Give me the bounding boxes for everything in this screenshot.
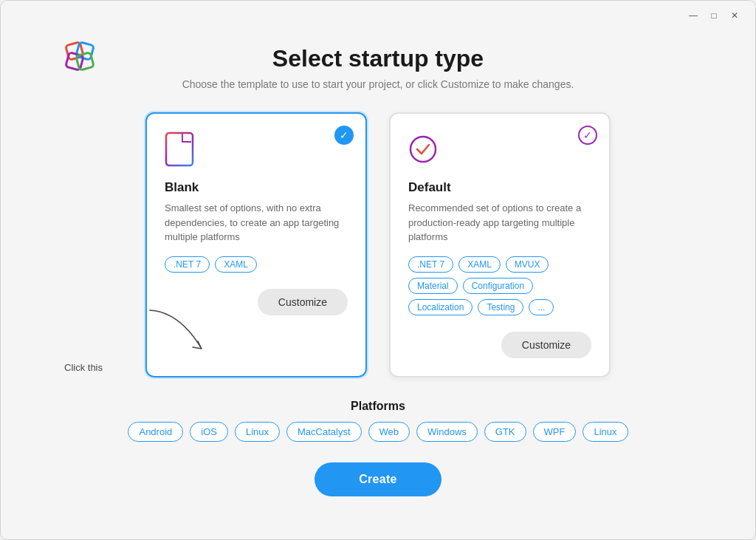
platforms-title: Platforms — [351, 400, 405, 413]
tag-localization: Localization — [408, 299, 472, 315]
platform-linux[interactable]: Linux — [235, 422, 280, 442]
tag-net7: .NET 7 — [165, 256, 210, 273]
close-button[interactable]: ✕ — [724, 5, 745, 26]
platform-wpf[interactable]: WPF — [533, 422, 577, 442]
platform-ios[interactable]: iOS — [190, 422, 228, 442]
create-button[interactable]: Create — [315, 462, 441, 496]
blank-card-tags: .NET 7 XAML — [165, 256, 348, 273]
platforms-section: Platforms Android iOS Linux MacCatalyst … — [128, 400, 628, 442]
tag-mvux: MVUX — [506, 256, 549, 273]
platform-web[interactable]: Web — [368, 422, 410, 442]
platform-maccatalyst[interactable]: MacCatalyst — [286, 422, 362, 442]
platform-windows[interactable]: Windows — [416, 422, 478, 442]
blank-card-desc: Smallest set of options, with no extra d… — [165, 201, 348, 245]
subtitle: Choose the template to use to start your… — [182, 78, 574, 90]
platform-gtk[interactable]: GTK — [484, 422, 526, 442]
svg-rect-3 — [76, 52, 94, 70]
blank-card-icon — [165, 131, 194, 167]
platform-android[interactable]: Android — [128, 422, 183, 442]
cards-container: ✓ Blank Smallest set of options, with no… — [145, 112, 611, 377]
click-annotation: Click this — [64, 304, 238, 374]
default-card-checkmark: ✓ — [578, 126, 597, 145]
svg-rect-4 — [166, 133, 193, 165]
app-logo — [60, 38, 100, 78]
tag-testing: Testing — [478, 299, 523, 315]
tag-material: Material — [408, 278, 458, 294]
default-card-desc: Recommended set of options to create a p… — [408, 201, 591, 245]
title-bar: — □ ✕ — [1, 1, 755, 30]
page-title: Select startup type — [272, 45, 484, 72]
minimize-button[interactable]: — — [683, 5, 704, 26]
default-customize-button[interactable]: Customize — [501, 332, 591, 358]
default-card[interactable]: ✓ Default Recommended set of options to … — [389, 112, 611, 377]
blank-card-checkmark: ✓ — [334, 126, 354, 145]
svg-point-5 — [410, 137, 436, 162]
tag-net7-d: .NET 7 — [408, 256, 453, 273]
maximize-button[interactable]: □ — [704, 5, 724, 26]
annotation-label: Click this — [64, 362, 103, 373]
app-window: — □ ✕ Select startup type Choose the tem… — [0, 0, 756, 540]
tag-xaml: XAML — [215, 256, 257, 273]
platform-linux2[interactable]: Linux — [583, 422, 628, 442]
main-content: Select startup type Choose the template … — [1, 30, 755, 539]
default-card-title: Default — [408, 180, 591, 195]
blank-card-title: Blank — [165, 180, 348, 195]
blank-customize-button[interactable]: Customize — [258, 289, 348, 315]
default-card-icon — [408, 131, 438, 167]
tag-configuration: Configuration — [463, 278, 533, 294]
annotation-arrow — [106, 304, 238, 371]
tag-more: ... — [529, 299, 554, 315]
default-card-tags: .NET 7 XAML MVUX Material Configuration … — [408, 256, 591, 315]
tag-xaml-d: XAML — [458, 256, 501, 273]
platforms-tags: Android iOS Linux MacCatalyst Web Window… — [128, 422, 628, 442]
